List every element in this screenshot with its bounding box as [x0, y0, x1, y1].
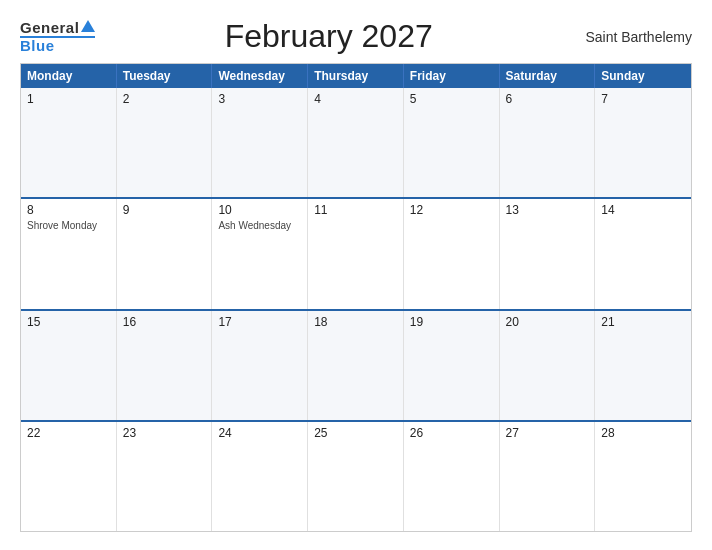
calendar-cell-23: 23	[117, 422, 213, 531]
header-cell-saturday: Saturday	[500, 64, 596, 88]
header-cell-tuesday: Tuesday	[117, 64, 213, 88]
calendar-cell-3: 3	[212, 88, 308, 197]
calendar-cell-20: 20	[500, 311, 596, 420]
calendar: MondayTuesdayWednesdayThursdayFridaySatu…	[20, 63, 692, 532]
logo: General Blue	[20, 20, 95, 53]
calendar-cell-16: 16	[117, 311, 213, 420]
day-number: 8	[27, 203, 110, 217]
day-number: 25	[314, 426, 397, 440]
day-number: 22	[27, 426, 110, 440]
calendar-cell-26: 26	[404, 422, 500, 531]
calendar-cell-22: 22	[21, 422, 117, 531]
logo-triangle-icon	[81, 20, 95, 32]
calendar-row-3: 15161718192021	[21, 309, 691, 420]
calendar-cell-9: 9	[117, 199, 213, 308]
region-label: Saint Barthelemy	[562, 29, 692, 45]
calendar-cell-27: 27	[500, 422, 596, 531]
calendar-cell-11: 11	[308, 199, 404, 308]
day-number: 1	[27, 92, 110, 106]
day-number: 6	[506, 92, 589, 106]
header-cell-sunday: Sunday	[595, 64, 691, 88]
calendar-cell-6: 6	[500, 88, 596, 197]
day-number: 13	[506, 203, 589, 217]
calendar-cell-13: 13	[500, 199, 596, 308]
day-number: 23	[123, 426, 206, 440]
calendar-cell-15: 15	[21, 311, 117, 420]
logo-general-text: General	[20, 20, 79, 35]
day-number: 24	[218, 426, 301, 440]
calendar-title: February 2027	[95, 18, 562, 55]
calendar-body: 12345678Shrove Monday910Ash Wednesday111…	[21, 88, 691, 531]
calendar-cell-2: 2	[117, 88, 213, 197]
day-number: 28	[601, 426, 685, 440]
calendar-cell-18: 18	[308, 311, 404, 420]
calendar-cell-25: 25	[308, 422, 404, 531]
calendar-cell-10: 10Ash Wednesday	[212, 199, 308, 308]
header-cell-friday: Friday	[404, 64, 500, 88]
day-number: 5	[410, 92, 493, 106]
day-number: 10	[218, 203, 301, 217]
day-number: 15	[27, 315, 110, 329]
calendar-cell-14: 14	[595, 199, 691, 308]
header-cell-monday: Monday	[21, 64, 117, 88]
cell-event: Shrove Monday	[27, 220, 110, 231]
calendar-cell-12: 12	[404, 199, 500, 308]
header-cell-thursday: Thursday	[308, 64, 404, 88]
calendar-row-2: 8Shrove Monday910Ash Wednesday11121314	[21, 197, 691, 308]
calendar-header: MondayTuesdayWednesdayThursdayFridaySatu…	[21, 64, 691, 88]
day-number: 27	[506, 426, 589, 440]
calendar-row-1: 1234567	[21, 88, 691, 197]
day-number: 9	[123, 203, 206, 217]
calendar-cell-5: 5	[404, 88, 500, 197]
calendar-cell-4: 4	[308, 88, 404, 197]
day-number: 21	[601, 315, 685, 329]
day-number: 3	[218, 92, 301, 106]
day-number: 19	[410, 315, 493, 329]
calendar-cell-19: 19	[404, 311, 500, 420]
day-number: 11	[314, 203, 397, 217]
calendar-cell-8: 8Shrove Monday	[21, 199, 117, 308]
header: General Blue February 2027 Saint Barthel…	[20, 18, 692, 55]
calendar-row-4: 22232425262728	[21, 420, 691, 531]
calendar-cell-21: 21	[595, 311, 691, 420]
day-number: 20	[506, 315, 589, 329]
page: General Blue February 2027 Saint Barthel…	[0, 0, 712, 550]
day-number: 17	[218, 315, 301, 329]
day-number: 16	[123, 315, 206, 329]
header-cell-wednesday: Wednesday	[212, 64, 308, 88]
calendar-cell-24: 24	[212, 422, 308, 531]
day-number: 18	[314, 315, 397, 329]
logo-blue-text: Blue	[20, 38, 55, 53]
cell-event: Ash Wednesday	[218, 220, 301, 231]
calendar-cell-7: 7	[595, 88, 691, 197]
calendar-cell-1: 1	[21, 88, 117, 197]
day-number: 2	[123, 92, 206, 106]
day-number: 7	[601, 92, 685, 106]
calendar-cell-17: 17	[212, 311, 308, 420]
day-number: 12	[410, 203, 493, 217]
calendar-cell-28: 28	[595, 422, 691, 531]
day-number: 14	[601, 203, 685, 217]
day-number: 26	[410, 426, 493, 440]
day-number: 4	[314, 92, 397, 106]
